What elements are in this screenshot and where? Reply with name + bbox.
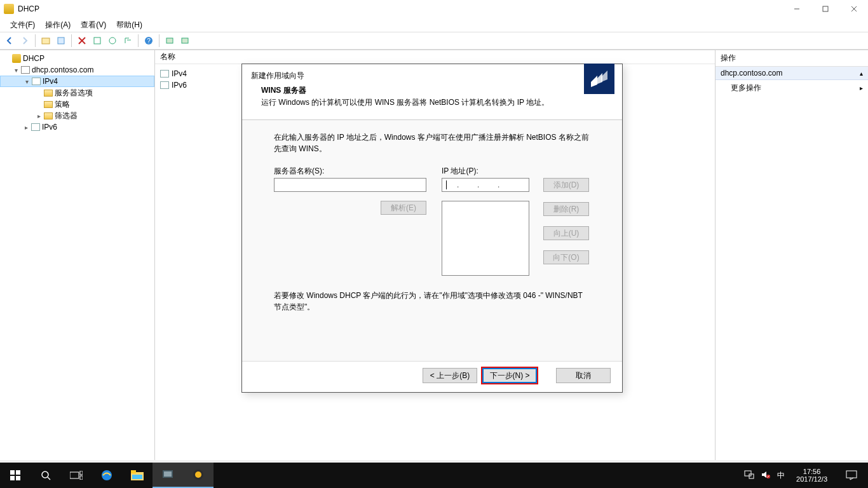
tree-filters-label: 筛选器: [55, 111, 78, 121]
maximize-button[interactable]: [811, 0, 839, 18]
svg-rect-20: [70, 472, 79, 478]
tree-panel: DHCP ▾ dhcp.contoso.com ▾ IPv4 服务器选项 策略: [0, 50, 155, 460]
toolbar-server2-icon[interactable]: [178, 34, 192, 48]
menu-view[interactable]: 查看(V): [76, 18, 111, 32]
nav-back-button[interactable]: [3, 34, 17, 48]
menubar: 文件(F) 操作(A) 查看(V) 帮助(H): [0, 18, 868, 32]
arrow-up-icon: ▴: [860, 70, 863, 77]
tree-ipv4[interactable]: ▾ IPv4: [0, 76, 154, 87]
svg-rect-1: [823, 6, 828, 11]
actions-server-label: dhcp.contoso.com: [721, 69, 782, 78]
toolbar-delete-icon[interactable]: [75, 34, 89, 48]
ip-address-input[interactable]: . . .: [442, 178, 529, 192]
toolbar-server1-icon[interactable]: [163, 34, 177, 48]
svg-rect-8: [94, 37, 100, 44]
svg-point-30: [195, 471, 201, 478]
minimize-button[interactable]: [782, 0, 811, 18]
next-button[interactable]: 下一步(N) >: [482, 368, 537, 383]
down-button[interactable]: 向下(O): [543, 250, 589, 264]
menu-action[interactable]: 操作(A): [40, 18, 76, 32]
taskbar-ie[interactable]: [92, 463, 122, 488]
actions-server-row[interactable]: dhcp.contoso.com ▴: [715, 67, 868, 80]
svg-rect-5: [58, 37, 64, 44]
new-scope-wizard: 新建作用域向导 WINS 服务器 运行 Windows 的计算机可以使用 WIN…: [241, 64, 623, 393]
notifications-button[interactable]: [839, 463, 864, 488]
tray-network-icon[interactable]: [744, 470, 754, 480]
start-button[interactable]: [0, 463, 31, 488]
toolbar-scope-icon[interactable]: [105, 34, 119, 48]
wizard-logo-icon: [584, 64, 614, 94]
svg-point-9: [109, 37, 116, 44]
menu-file[interactable]: 文件(F): [5, 18, 40, 32]
expander-icon[interactable]: ▸: [22, 124, 31, 131]
resolve-button[interactable]: 解析(E): [381, 201, 426, 215]
taskbar-dhcp[interactable]: [183, 463, 214, 488]
expander-icon[interactable]: ▾: [11, 67, 20, 74]
ipv6-icon: [160, 81, 169, 89]
back-button[interactable]: < 上一步(B): [423, 368, 477, 383]
svg-rect-14: [10, 470, 15, 475]
search-button[interactable]: [31, 463, 61, 488]
wizard-title: 新建作用域向导: [242, 64, 622, 84]
svg-rect-31: [745, 471, 751, 476]
remove-button[interactable]: 删除(R): [543, 202, 589, 216]
taskview-button[interactable]: [61, 463, 92, 488]
expander-icon[interactable]: ▸: [34, 112, 43, 119]
svg-rect-16: [10, 476, 15, 480]
svg-text:?: ?: [147, 37, 151, 44]
cancel-button[interactable]: 取消: [556, 368, 611, 383]
wizard-body-desc: 在此输入服务器的 IP 地址之后，Windows 客户端可在使用广播注册并解析 …: [274, 132, 590, 154]
tree-ipv6[interactable]: ▸ IPv6: [0, 121, 154, 133]
tree-ipv6-label: IPv6: [42, 123, 57, 132]
server-name-label: 服务器名称(S):: [274, 166, 426, 177]
tree-server-options[interactable]: 服务器选项: [0, 87, 154, 98]
toolbar-add-icon[interactable]: [39, 34, 53, 48]
wizard-section-title: WINS 服务器: [261, 85, 549, 96]
app-icon: [4, 4, 14, 14]
server-icon: [21, 66, 30, 74]
list-item-label: IPv6: [172, 81, 187, 90]
tray-ime[interactable]: 中: [777, 470, 785, 481]
svg-rect-28: [164, 471, 172, 477]
toolbar-props-icon[interactable]: [54, 34, 68, 48]
ip-listbox[interactable]: [442, 201, 529, 276]
svg-rect-17: [16, 476, 20, 480]
ip-address-label: IP 地址(P):: [442, 166, 589, 177]
list-item-label: IPv4: [172, 69, 187, 78]
add-button[interactable]: 添加(D): [543, 178, 589, 192]
close-button[interactable]: [839, 0, 868, 18]
tray-volume-icon[interactable]: [761, 470, 771, 480]
tree-filters[interactable]: ▸ 筛选器: [0, 110, 154, 121]
up-button[interactable]: 向上(U): [543, 226, 589, 240]
server-name-input[interactable]: [274, 178, 426, 192]
tree-policies[interactable]: 策略: [0, 98, 154, 110]
list-header[interactable]: 名称: [155, 50, 715, 64]
expander-icon[interactable]: ▾: [22, 78, 31, 85]
svg-point-18: [42, 471, 48, 478]
actions-more-label: 更多操作: [731, 83, 761, 93]
taskbar-clock[interactable]: 17:56 2017/12/3: [791, 468, 832, 483]
toolbar-help-icon[interactable]: ?: [142, 34, 156, 48]
taskbar: 中 17:56 2017/12/3: [0, 463, 868, 488]
ipv6-icon: [31, 123, 40, 131]
svg-rect-15: [16, 470, 20, 475]
tree-server[interactable]: ▾ dhcp.contoso.com: [0, 64, 154, 76]
menu-help[interactable]: 帮助(H): [111, 18, 147, 32]
folder-icon: [44, 101, 53, 108]
wizard-section-desc: 运行 Windows 的计算机可以使用 WINS 服务器将 NetBIOS 计算…: [261, 97, 549, 108]
nav-forward-button[interactable]: [18, 34, 32, 48]
ipv4-icon: [160, 70, 169, 78]
taskbar-explorer[interactable]: [122, 463, 153, 488]
tree-root[interactable]: DHCP: [0, 53, 154, 64]
toolbar-export-icon[interactable]: [121, 34, 135, 48]
taskbar-server-manager[interactable]: [153, 463, 183, 488]
dhcp-icon: [12, 54, 21, 63]
svg-rect-21: [80, 471, 83, 475]
svg-rect-12: [166, 38, 173, 43]
toolbar-refresh-icon[interactable]: [90, 34, 104, 48]
clock-date: 2017/12/3: [796, 475, 827, 483]
svg-rect-4: [42, 38, 50, 44]
svg-rect-22: [80, 476, 83, 480]
actions-more[interactable]: 更多操作 ▸: [715, 80, 868, 96]
clock-time: 17:56: [796, 468, 827, 475]
